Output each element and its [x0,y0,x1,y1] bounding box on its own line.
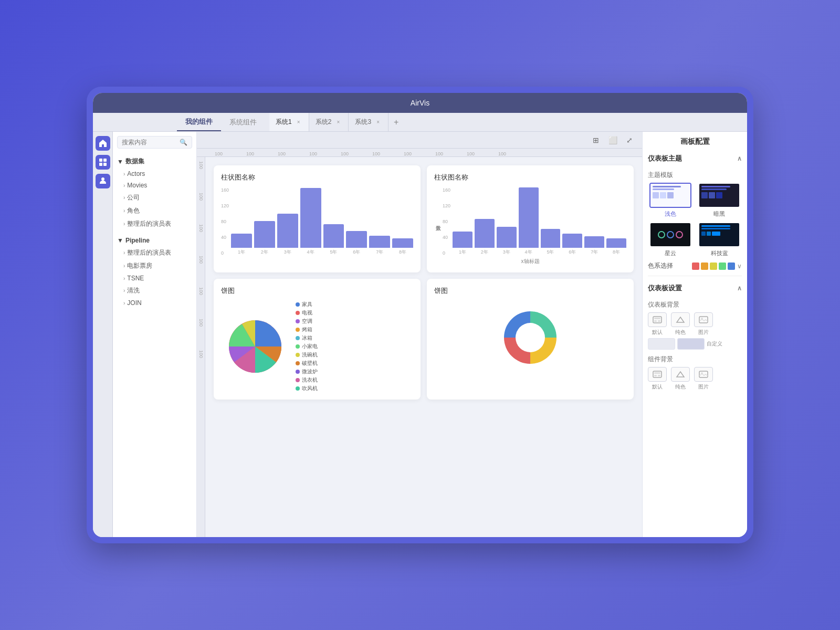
settings-section-header[interactable]: 仪表板设置 ∧ [648,280,742,296]
color-palette-label: 色系选择 [648,261,673,270]
svg-marker-11 [677,317,684,322]
bar-4 [323,224,344,248]
bar-chart-2-x-label: x轴标题 [434,258,626,265]
tree-item-movies[interactable]: › Movies [113,180,196,191]
theme-dark-label: 暗黑 [713,210,725,218]
theme-nebula[interactable]: 星云 [648,222,693,257]
tree-item-company-label: 公司 [127,193,140,202]
export-button[interactable]: ⬜ [606,134,619,146]
widget-bg-title: 组件背景 [648,355,742,364]
svg-rect-7 [653,317,662,323]
pie-chart-2-wrapper [434,301,626,374]
tab-page-1-label: 系统1 [276,118,292,127]
dashboard-bg-options: 默认 纯色 图片 [648,312,742,336]
tree-item-cleaned-actors[interactable]: › 整理后的演员表 [113,217,196,230]
bar-chart-1: 柱状图名称 0 40 80 120 160 [214,165,421,272]
pipeline-arrow: ▼ [117,237,123,244]
pipeline-item-2[interactable]: › TSNE [113,272,196,284]
dataset-arrow: ▼ [117,158,123,165]
tab-page-1[interactable]: 系统1 × [269,113,309,131]
title-bar: AirVis [93,93,747,113]
svg-rect-19 [699,371,708,377]
tree-item-role-arrow: › [123,208,125,214]
widget-bg-option-default[interactable]: 默认 [648,367,667,391]
grid-view-button[interactable]: ⊞ [590,134,602,146]
pipeline-item-1[interactable]: › 电影票房 [113,259,196,272]
tab-close-1[interactable]: × [295,119,302,126]
sidebar-icons [93,132,113,537]
tree-item-role[interactable]: › 角色 [113,204,196,217]
tab-close-3[interactable]: × [374,119,382,126]
bar-chart-2-bars: 1年 2年 3年 [453,187,626,256]
bg-option-solid[interactable]: 纯色 [671,312,690,336]
search-box[interactable]: 🔍 [117,136,192,149]
theme-section-header[interactable]: 仪表板主题 ∧ [648,151,742,166]
bar-chart-2-y-axis: 0 40 80 120 160 [443,187,450,256]
tab-page-2-label: 系统2 [316,118,332,127]
tab-close-2[interactable]: × [334,119,342,126]
bar-chart-1-area: 0 40 80 120 160 1年 [221,187,413,256]
tab-sys-components[interactable]: 系统组件 [221,113,265,131]
widget-bg-icon-solid [671,367,690,382]
pipeline-item-4[interactable]: › JOIN [113,297,196,309]
custom-color-box-1[interactable] [648,338,675,350]
color-palette-row: 色系选择 ∨ [648,261,742,270]
bar-chart-1-y-axis: 0 40 80 120 160 [221,187,229,256]
sidebar-icon-data[interactable] [96,174,110,188]
pipeline-item-3[interactable]: › 清洗 [113,284,196,297]
sidebar-icon-components[interactable] [96,155,110,170]
tab-add-button[interactable]: + [388,113,404,131]
theme-nebula-preview [649,222,691,247]
pie-chart-1-svg [221,312,289,381]
svg-rect-9 [654,320,657,322]
right-panel: 画板配置 仪表板主题 ∧ 主题模版 [642,132,747,537]
bg-option-default[interactable]: 默认 [648,312,667,336]
tree-item-actors[interactable]: › Actors [113,168,196,180]
color-swatches [692,262,735,270]
pie-chart-1-wrapper: 家具 电视 空调 烤箱 冰箱 小家电 洗碗机 破壁机 微波炉 洗衣机 [221,301,413,392]
widget-bg-option-image[interactable]: 图片 [694,367,713,391]
sidebar-icon-home[interactable] [96,136,110,151]
theme-light[interactable]: 浅色 [648,183,693,218]
tree-item-company[interactable]: › 公司 [113,191,196,204]
color-swatches-wrapper[interactable]: ∨ [692,262,742,270]
dataset-section: ▼ 数据集 › Actors › Movies › 公司 [113,153,196,233]
bg-icon-image [694,312,713,327]
tab-page-2[interactable]: 系统2 × [309,113,349,131]
dataset-header[interactable]: ▼ 数据集 [113,155,196,168]
device-frame: AirVis 我的组件 系统组件 系统1 × 系统2 × 系统3 × [87,87,753,543]
svg-rect-17 [658,375,660,376]
svg-rect-8 [654,318,660,319]
bg-option-image[interactable]: 图片 [694,312,713,336]
widget-bg-label-solid: 纯色 [675,383,686,391]
canvas-area: ⊞ ⬜ ⤢ 100 100 100 100 100 100 100 100 [197,132,642,537]
widget-bg-option-solid[interactable]: 纯色 [671,367,690,391]
bar-col-3: 4年 [300,187,321,256]
tree-item-role-label: 角色 [127,206,140,215]
bg-icon-solid [671,312,690,327]
swatch-blue [728,262,735,270]
theme-nebula-label: 星云 [665,249,676,257]
pipeline-label: Pipeline [125,237,150,244]
theme-options: 浅色 [648,183,742,257]
pipeline-item-0[interactable]: › 整理后的演员表 [113,246,196,259]
search-icon: 🔍 [180,139,187,146]
pipeline-header[interactable]: ▼ Pipeline [113,235,196,246]
svg-rect-10 [658,320,660,322]
bg-title: 仪表板背景 [648,300,742,309]
tab-page-3[interactable]: 系统3 × [349,113,388,131]
pipeline-section: ▼ Pipeline › 整理后的演员表 › 电影票房 › TSNE [113,233,196,311]
theme-tech[interactable]: 科技蓝 [697,222,742,257]
ruler-marks-top: 100 100 100 100 100 100 100 100 100 100 [214,151,529,156]
search-input[interactable] [122,139,177,146]
widget-bg-label-image: 图片 [698,383,709,391]
custom-color-box-2[interactable] [677,338,705,350]
tab-my-components[interactable]: 我的组件 [177,113,221,131]
bar-7 [392,238,413,248]
theme-dark[interactable]: 暗黑 [697,183,742,218]
svg-marker-18 [677,372,684,377]
fullscreen-button[interactable]: ⤢ [623,134,636,146]
swatch-orange [701,262,708,270]
tree-item-actors-label: Actors [127,170,145,177]
canvas-body: 100 100 100 100 100 100 100 柱状图名称 [197,157,642,537]
